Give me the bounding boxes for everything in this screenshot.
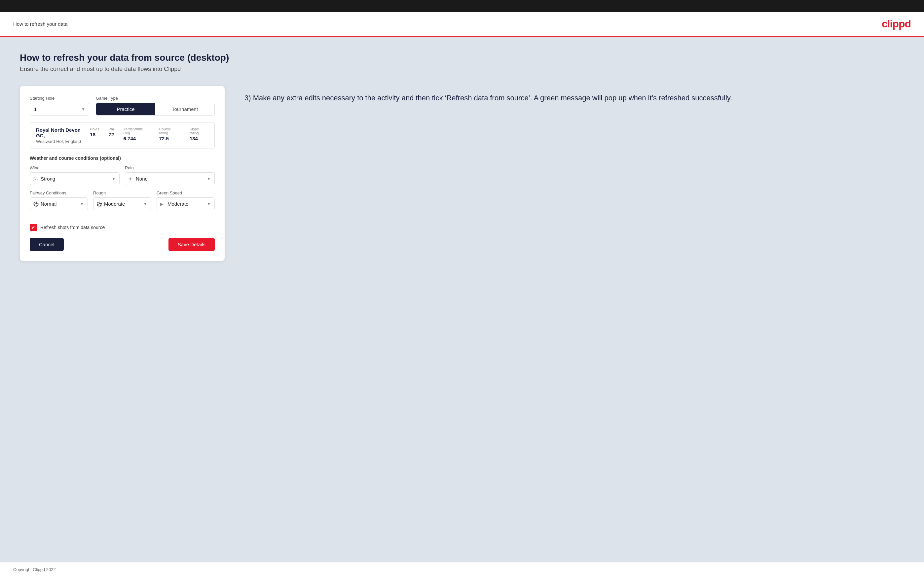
rough-select[interactable]: Moderate (93, 197, 151, 210)
rain-select[interactable]: None (125, 172, 215, 185)
course-name: Royal North Devon GC, (36, 127, 90, 138)
footer: Copyright Clippd 2022 (0, 562, 924, 577)
wind-select[interactable]: Strong (30, 172, 120, 185)
header-title: How to refresh your data (13, 21, 68, 27)
cancel-button[interactable]: Cancel (30, 238, 64, 251)
header: How to refresh your data clippd (0, 12, 924, 37)
refresh-checkbox[interactable]: ✓ (30, 224, 37, 231)
button-row: Cancel Save Details (30, 238, 215, 251)
top-bar (0, 0, 924, 12)
page-subheading: Ensure the correct and most up to date d… (20, 66, 904, 73)
description-panel: 3) Make any extra edits necessary to the… (244, 86, 904, 103)
fairway-select[interactable]: Normal (30, 197, 88, 210)
course-info-box: Royal North Devon GC, Westward Ho!, Engl… (30, 122, 215, 149)
divider (30, 217, 215, 217)
slope-rating-label: Slope rating (190, 127, 208, 135)
yards-value: 6,744 (124, 136, 136, 141)
course-rating-value: 72.5 (159, 136, 169, 141)
slope-rating-value: 134 (190, 136, 198, 141)
page-heading: How to refresh your data from source (de… (20, 53, 904, 63)
green-speed-select[interactable]: Moderate (157, 197, 215, 210)
par-label: Par (108, 127, 114, 131)
weather-section-label: Weather and course conditions (optional) (30, 155, 215, 161)
starting-hole-label: Starting Hole (30, 96, 89, 101)
starting-hole-select[interactable]: 1 (30, 103, 89, 116)
wind-label: Wind (30, 165, 120, 170)
fairway-label: Fairway Conditions (30, 190, 88, 195)
form-panel: Starting Hole 1 ▼ Game Type Practice Tou… (20, 86, 225, 261)
logo: clippd (882, 18, 911, 30)
green-speed-label: Green Speed (157, 190, 215, 195)
main-content: How to refresh your data from source (de… (0, 37, 924, 562)
tournament-button[interactable]: Tournament (155, 103, 215, 115)
game-type-toggle: Practice Tournament (96, 103, 215, 116)
game-type-label: Game Type (96, 96, 215, 101)
refresh-checkbox-row: ✓ Refresh shots from data source (30, 224, 215, 231)
refresh-label: Refresh shots from data source (40, 225, 105, 230)
rain-label: Rain (125, 165, 215, 170)
yards-label: Yards/White (M)) (124, 127, 150, 135)
holes-value: 18 (90, 132, 95, 137)
rough-label: Rough (93, 190, 151, 195)
practice-button[interactable]: Practice (96, 103, 155, 115)
description-text: 3) Make any extra edits necessary to the… (244, 92, 904, 103)
holes-label: Holes (90, 127, 99, 131)
course-rating-label: Course rating (159, 127, 180, 135)
checkmark-icon: ✓ (31, 225, 36, 230)
save-button[interactable]: Save Details (168, 238, 215, 251)
course-location: Westward Ho!, England (36, 139, 90, 144)
par-value: 72 (108, 132, 114, 137)
copyright: Copyright Clippd 2022 (13, 567, 56, 572)
